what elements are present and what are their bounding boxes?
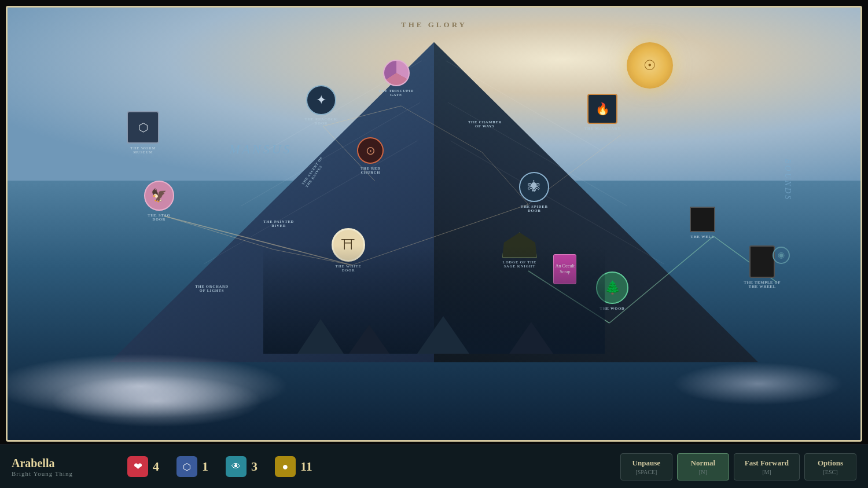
mystery-icon: 👁 [226, 456, 247, 477]
temple-card [749, 245, 775, 278]
stat-gold: ● 11 [275, 456, 312, 477]
unpause-key: [SPACE] [635, 469, 657, 475]
fast-forward-key: [M] [762, 469, 771, 475]
cloud-left2 [50, 375, 264, 427]
options-label: Options [818, 458, 843, 468]
mystery-value: 3 [251, 459, 258, 474]
mountain-4 [509, 322, 553, 354]
health-value: 4 [153, 459, 159, 474]
fast-forward-button[interactable]: Fast Forward [M] [734, 453, 800, 480]
controls-area: Unpause [SPACE] Normal [N] Fast Forward … [620, 453, 856, 480]
stat-mystery: 👁 3 [226, 456, 258, 477]
unpause-button[interactable]: Unpause [SPACE] [620, 453, 672, 480]
map-title: THE GLORY [401, 20, 467, 30]
stat-health: ❤ 4 [127, 456, 159, 477]
normal-button[interactable]: Normal [N] [677, 453, 729, 480]
node-the-well[interactable]: THE WELL [690, 207, 715, 232]
gold-icon: ● [275, 456, 296, 477]
skill-value: 1 [202, 459, 208, 474]
well-card [690, 207, 715, 232]
player-title: Bright Young Thing [12, 470, 104, 477]
node-temple-wheel[interactable]: THE TEMPLE OFTHE WHEEL ◉ [749, 245, 775, 278]
node-triscupid-gate[interactable]: THE TRISCUPIDGATE [383, 60, 410, 86]
options-key: [ESC] [823, 469, 838, 475]
node-red-church[interactable]: ⊙ THE REDCHURCH [357, 137, 384, 164]
bounds-label: BOUNDS [783, 159, 792, 201]
mansus-label: MANSUS [229, 142, 292, 157]
painted-river-label: THE PAINTEDRIVER [263, 219, 294, 228]
mountain-2 [349, 325, 389, 354]
node-spider-door[interactable]: 🕷 THE SPIDERDOOR [519, 172, 549, 202]
player-name: Arabella [12, 457, 104, 470]
options-button[interactable]: Options [ESC] [804, 453, 856, 480]
stat-skill: ⬡ 1 [176, 456, 208, 477]
normal-label: Normal [691, 458, 716, 468]
stats-area: ❤ 4 ⬡ 1 👁 3 ● 11 [127, 456, 312, 477]
cloud-right [673, 362, 844, 406]
player-info: Arabella Bright Young Thing [12, 457, 104, 477]
gold-value: 11 [300, 459, 312, 474]
mountain-1 [297, 319, 344, 354]
node-malleary[interactable]: 🔥 THE MALLEARY [587, 94, 617, 124]
health-icon: ❤ [127, 456, 148, 477]
fast-forward-label: Fast Forward [745, 458, 789, 468]
skill-icon: ⬡ [176, 456, 197, 477]
node-worm-museum[interactable]: ⬡ THE WORMMUSEUM [127, 111, 159, 144]
bottom-bar: Arabella Bright Young Thing ❤ 4 ⬡ 1 👁 3 [0, 445, 868, 488]
mountain-3 [417, 316, 469, 354]
node-stag-door[interactable]: 🦅 THE STAGDOOR [144, 181, 174, 211]
normal-key: [N] [699, 469, 707, 475]
node-orchard-lights[interactable]: THE ORCHARDOF LIGHTS [195, 284, 229, 292]
node-peacock-door[interactable]: ✦ THE PEACOCKDOOR [306, 85, 336, 115]
map-area[interactable]: THE GLORY ☉ [6, 6, 862, 442]
unpause-label: Unpause [632, 458, 660, 468]
node-chamber-of-ways[interactable]: THE CHAMBEROF WAYS [468, 120, 502, 128]
mountain-bottom [263, 245, 605, 354]
